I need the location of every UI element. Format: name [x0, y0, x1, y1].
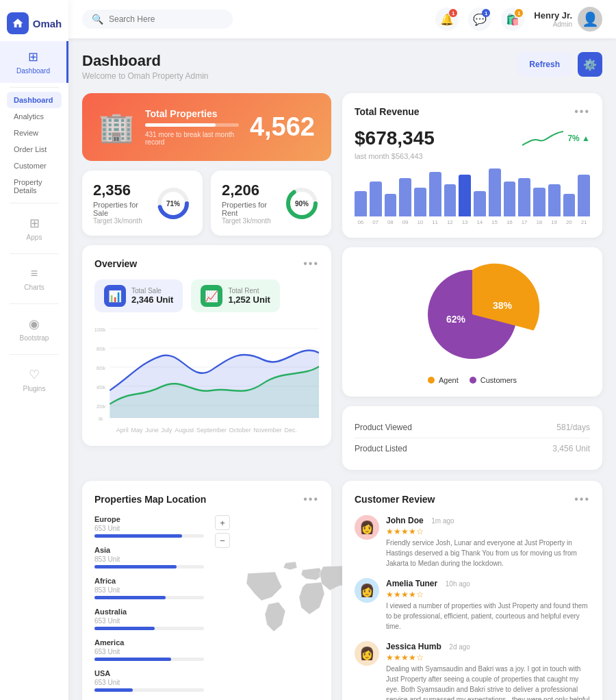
rev-bar-lbl-5: 11 — [429, 219, 441, 225]
map-bar-fill-4 — [94, 658, 171, 661]
topbar-actions: 🔔 1 💬 1 🛍️ 1 Henry Jr. Admin 👤 — [435, 7, 602, 32]
mini-cards: 2,356 Properties for Sale Target 3k/mont… — [82, 171, 331, 236]
sidebar-sub-orderlist[interactable]: Order List — [7, 141, 62, 158]
reviewer-1-name: John Doe — [386, 516, 424, 525]
overview-stats: 📊 Total Sale 2,346 Unit 📈 Total Rent — [94, 279, 319, 312]
page-title-area: Dashboard Welcome to Omah Property Admin — [82, 52, 209, 81]
rent-donut: 90% — [283, 185, 320, 222]
cart-badge: 1 — [515, 9, 523, 17]
map-bar-track-3 — [94, 627, 204, 630]
rev-bar-lbl-12: 18 — [533, 219, 546, 225]
sale-text: 2,356 Properties for Sale Target 3k/mont… — [93, 182, 146, 225]
sidebar-sub-analytics[interactable]: Analytics — [7, 108, 62, 125]
sidebar-item-bootstrap[interactable]: ◉ Bootstrap — [0, 308, 68, 350]
sale-badge-val: 2,346 Unit — [131, 295, 173, 305]
overview-header: Overview ••• — [94, 258, 319, 270]
map-region-count-3: 653 Unit — [94, 617, 204, 625]
rev-bar-lbl-15: 21 — [578, 219, 590, 225]
product-listed-value: 3,456 Unit — [552, 444, 590, 453]
sidebar-sub-nav: Dashboard Analytics Review Order List Cu… — [0, 92, 68, 199]
map-bar-fill-2 — [94, 596, 166, 599]
sidebar-item-apps[interactable]: ⊞ Apps — [0, 208, 68, 249]
refresh-button[interactable]: Refresh — [517, 52, 572, 77]
agent-dot — [428, 377, 435, 384]
sidebar-sub-review[interactable]: Review — [7, 125, 62, 141]
product-listed-row: Product Listed 3,456 Unit — [355, 438, 590, 459]
map-region-name-3: Australia — [94, 608, 204, 616]
revenue-more-btn[interactable]: ••• — [574, 105, 590, 118]
review-item-2: 👩 Amelia Tuner 10h ago ★★★★☆ I viewed a … — [355, 578, 590, 632]
svg-text:600k: 600k — [97, 365, 105, 371]
total-rent-badge: 📈 Total Rent 1,252 Unit — [191, 279, 279, 312]
product-viewed-value: 581/days — [556, 423, 590, 432]
reviewer-1-content: John Doe 1m ago ★★★★☆ Friendly service J… — [386, 515, 590, 568]
rev-bar-4 — [414, 188, 426, 216]
sidebar-item-dashboard[interactable]: ⊞ Dashboard — [0, 41, 68, 83]
total-properties-card: 🏢 Total Properties 431 more to break las… — [82, 93, 331, 161]
sidebar-item-bootstrap-label: Bootstrap — [20, 334, 49, 342]
page-header: Dashboard Welcome to Omah Property Admin… — [82, 52, 602, 81]
rev-bar-lbl-10: 16 — [504, 219, 516, 225]
map-bar-fill-3 — [94, 627, 155, 630]
sale-label: Properties for Sale — [93, 201, 146, 217]
rent-pct: 90% — [295, 199, 309, 207]
reviewer-2-time: 10h ago — [446, 580, 470, 588]
rev-bar-lbl-2: 08 — [385, 219, 397, 225]
rev-bar-labels: 06070809101112131415161718192021 — [355, 219, 590, 225]
search-box[interactable]: 🔍 — [82, 10, 233, 29]
sidebar-divider-2 — [10, 203, 59, 203]
sidebar-sub-property[interactable]: Property Details — [7, 174, 62, 199]
rev-bar-lbl-11: 17 — [518, 219, 530, 225]
sidebar-divider-4 — [10, 303, 59, 304]
map-region-name-0: Europe — [94, 515, 204, 523]
reviewer-2-content: Amelia Tuner 10h ago ★★★★☆ I viewed a nu… — [386, 578, 590, 632]
map-zoom-out[interactable]: − — [215, 533, 230, 548]
reviewer-3-time: 2d ago — [449, 643, 470, 651]
sidebar-item-plugins-label: Plugins — [23, 385, 46, 392]
rent-badge-text: Total Rent 1,252 Unit — [228, 287, 270, 305]
rev-bar-lbl-4: 10 — [414, 219, 426, 225]
rent-count: 2,206 — [222, 182, 275, 199]
charts-icon: ≡ — [31, 266, 38, 281]
rev-bar-11 — [518, 178, 530, 216]
rev-bar-lbl-1: 07 — [370, 219, 382, 225]
rent-badge-icon: 📈 — [201, 285, 222, 307]
sale-count: 2,356 — [93, 182, 146, 199]
reviewer-1-time: 1m ago — [431, 517, 454, 525]
map-region-name-4: America — [94, 638, 204, 647]
sidebar-sub-customer[interactable]: Customer — [7, 158, 62, 174]
cart-button[interactable]: 🛍️ 1 — [501, 8, 524, 31]
review-title: Customer Review — [355, 494, 435, 505]
rev-bar-7 — [459, 175, 471, 216]
customers-label: Customers — [480, 376, 517, 384]
svg-text:1000k: 1000k — [94, 327, 106, 332]
message-button[interactable]: 💬 1 — [468, 8, 491, 31]
map-more-btn[interactable]: ••• — [303, 493, 319, 505]
rev-bar-lbl-13: 19 — [548, 219, 561, 225]
sale-badge-text: Total Sale 2,346 Unit — [131, 287, 173, 305]
map-bar-track-2 — [94, 596, 204, 599]
sidebar-item-plugins[interactable]: ♡ Plugins — [0, 359, 68, 401]
search-input[interactable] — [109, 14, 223, 24]
search-icon: 🔍 — [92, 14, 103, 25]
sidebar-sub-dashboard[interactable]: Dashboard — [7, 92, 62, 108]
revenue-last-month: last month $563,443 — [355, 152, 590, 160]
reviewer-2-text: I viewed a number of properties with Jus… — [386, 601, 590, 632]
sidebar-item-charts[interactable]: ≡ Charts — [0, 258, 68, 299]
map-region-count-2: 853 Unit — [94, 586, 204, 594]
bootstrap-icon: ◉ — [29, 316, 40, 332]
settings-button[interactable]: ⚙️ — [578, 52, 602, 77]
legend-agent: Agent — [428, 376, 459, 384]
map-zoom-in[interactable]: + — [215, 515, 230, 530]
map-zoom-controls: + − — [215, 515, 230, 700]
total-props-count: 4,562 — [250, 112, 315, 142]
user-role: Admin — [534, 21, 572, 28]
user-info[interactable]: Henry Jr. Admin 👤 — [534, 7, 602, 32]
revenue-top: $678,345 7% ▲ — [355, 127, 590, 149]
map-bar-track-5 — [94, 688, 204, 692]
sidebar-item-apps-label: Apps — [27, 234, 42, 241]
notification-button[interactable]: 🔔 1 — [435, 8, 459, 31]
review-more-btn[interactable]: ••• — [574, 493, 590, 505]
overview-more-btn[interactable]: ••• — [303, 258, 319, 270]
rev-bar-lbl-0: 06 — [355, 219, 367, 225]
